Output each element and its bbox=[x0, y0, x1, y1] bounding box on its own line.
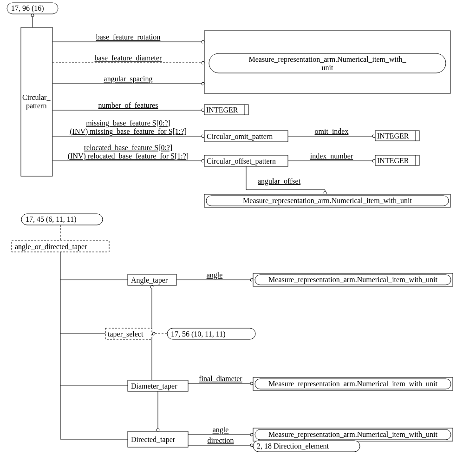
rel-angular-offset-label: angular_offset bbox=[258, 177, 301, 185]
rel-missing-base-feature-label-a: missing_base_feature S[0:?] bbox=[86, 119, 170, 127]
integer-label-2: INTEGER bbox=[377, 132, 409, 140]
ref-3-label: 17, 56 (10, 11, 11) bbox=[171, 330, 225, 338]
conn-circle bbox=[31, 14, 34, 17]
conn-circle bbox=[202, 61, 204, 64]
circular-offset-pattern-label: Circular_offset_pattern bbox=[207, 157, 276, 165]
integer-label-3: INTEGER bbox=[377, 157, 409, 165]
angle-taper-label: Angle_taper bbox=[131, 276, 168, 284]
rel-relocated-base-feature-label-a: relocated_base_feature S[0:?] bbox=[84, 144, 173, 152]
conn-circle bbox=[372, 159, 375, 162]
rel-index-number-label: index_number bbox=[310, 152, 353, 160]
rel-base-feature-diameter-label: base_feature_diameter bbox=[95, 54, 162, 62]
diameter-taper-label: Diameter_taper bbox=[131, 382, 177, 390]
directed-taper-label: Directed_taper bbox=[131, 436, 176, 444]
numerical-item-3-label: Measure_representation_arm.Numerical_ite… bbox=[268, 276, 437, 284]
express-g-diagram: 17, 96 (16) Circular_ pattern Measure_re… bbox=[0, 0, 476, 469]
conn-circle bbox=[250, 444, 253, 447]
conn-circle bbox=[324, 192, 326, 194]
rel-base-feature-rotation-label: base_feature_rotation bbox=[96, 33, 161, 41]
conn-circle bbox=[250, 433, 253, 436]
rel-relocated-base-feature-label-b: (INV) relocated_base_feature_for S[1:?] bbox=[68, 152, 189, 160]
rel-omit-index-label: omit_index bbox=[315, 127, 349, 135]
conn-circle bbox=[156, 429, 159, 431]
numerical-item-2-label: Measure_representation_arm.Numerical_ite… bbox=[243, 197, 412, 205]
conn-circle bbox=[150, 285, 153, 288]
conn-circle bbox=[372, 135, 375, 138]
ref-2-label: 17, 45 (6, 11, 11) bbox=[26, 215, 76, 224]
conn-circle bbox=[202, 82, 204, 85]
conn-circle bbox=[250, 278, 253, 281]
circular-omit-pattern-label: Circular_omit_pattern bbox=[207, 132, 273, 141]
taper-select-label: taper_select bbox=[108, 330, 143, 338]
numerical-item-5-label: Measure_representation_arm.Numerical_ite… bbox=[268, 430, 437, 439]
integer-label-1: INTEGER bbox=[206, 106, 238, 114]
circular-pattern-label2: pattern bbox=[26, 102, 46, 110]
circular-pattern-label1: Circular_ bbox=[22, 93, 51, 101]
ref-top-label: 17, 96 (16) bbox=[11, 4, 44, 13]
angle-or-directed-taper-label: angle_or_directed_taper bbox=[15, 243, 87, 251]
conn-circle bbox=[202, 40, 204, 43]
rel-angle-2-label: angle bbox=[213, 426, 229, 434]
numerical-item-label2: unit bbox=[322, 64, 333, 72]
conn-circle bbox=[202, 159, 204, 162]
numerical-item-label1: Measure_representation_arm.Numerical_ite… bbox=[249, 55, 407, 64]
conn-circle bbox=[152, 332, 155, 335]
rel-angular-spacing-label: angular_spacing bbox=[104, 75, 153, 83]
rel-final-diameter-label: final_diameter bbox=[199, 375, 242, 383]
rel-direction-label: direction bbox=[208, 436, 234, 444]
conn-circle bbox=[202, 109, 204, 112]
rel-number-of-features-label: number_of_features bbox=[98, 101, 158, 109]
conn-circle bbox=[250, 382, 253, 385]
direction-element-label: 2, 18 Direction_element bbox=[257, 442, 329, 450]
conn-circle bbox=[202, 135, 204, 138]
numerical-item-4-label: Measure_representation_arm.Numerical_ite… bbox=[268, 380, 437, 388]
rel-missing-base-feature-label-b: (INV) missing_base_feature_for S[1:?] bbox=[70, 127, 186, 136]
rel-angle-1-label: angle bbox=[207, 271, 223, 279]
